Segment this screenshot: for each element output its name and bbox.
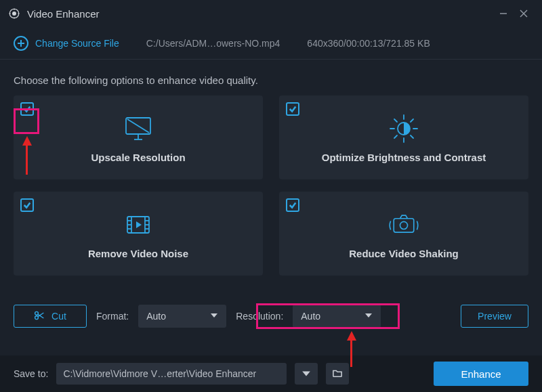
svg-marker-29 [136, 221, 142, 228]
card-reduce-shaking[interactable]: Reduce Video Shaking [279, 192, 528, 276]
cut-button[interactable]: Cut [14, 305, 87, 328]
add-icon [14, 36, 28, 51]
minimize-button[interactable] [493, 3, 514, 24]
svg-point-33 [35, 311, 39, 315]
save-path-field[interactable]: C:\Vidmore\Vidmore V…erter\Video Enhance… [56, 363, 287, 385]
folder-icon [333, 368, 342, 380]
annotation-arrow-resolution [347, 331, 356, 341]
checkbox-noise[interactable] [20, 198, 34, 212]
enhance-label: Enhance [461, 368, 501, 380]
enhance-options-grid: Upscale Resolution Optimize Brightness a… [0, 95, 542, 276]
app-icon [8, 7, 20, 20]
camera-shake-icon [388, 209, 420, 241]
resolution-dropdown[interactable]: Auto [293, 305, 381, 328]
annotation-arrow-resolution-stem [350, 340, 352, 367]
save-to-label: Save to: [14, 368, 48, 379]
card-label: Remove Video Noise [88, 248, 188, 259]
preview-label: Preview [478, 311, 512, 322]
card-upscale-resolution[interactable]: Upscale Resolution [14, 95, 263, 179]
controls-row: Cut Format: Auto Resolution: Auto Previe… [0, 305, 542, 328]
save-path-value: C:\Vidmore\Vidmore V…erter\Video Enhance… [63, 368, 256, 379]
svg-marker-36 [211, 313, 217, 318]
annotation-arrow-checkbox [22, 136, 32, 146]
svg-point-32 [35, 315, 39, 319]
svg-line-18 [411, 119, 413, 122]
cut-label: Cut [51, 311, 66, 322]
source-row: Change Source File C:/Users/ADM…owers-NO… [0, 27, 542, 60]
svg-marker-37 [365, 313, 372, 318]
app-title: Video Enhancer [27, 8, 99, 20]
svg-line-16 [394, 119, 397, 122]
svg-line-19 [394, 135, 397, 138]
save-path-dropdown[interactable] [295, 363, 318, 385]
format-dropdown[interactable]: Auto [138, 305, 226, 328]
resolution-label: Resolution: [236, 311, 283, 322]
resolution-value: Auto [301, 311, 320, 322]
svg-point-31 [400, 221, 407, 229]
chevron-down-icon [364, 311, 373, 322]
source-path: C:/Users/ADM…owers-NO.mp4 [146, 38, 280, 49]
checkbox-brightness[interactable] [286, 102, 299, 116]
format-label: Format: [96, 311, 129, 322]
scissors-icon [34, 310, 45, 323]
svg-line-8 [127, 119, 149, 133]
card-brightness-contrast[interactable]: Optimize Brightness and Contrast [279, 95, 528, 179]
instruction-text: Choose the following options to enhance … [0, 60, 542, 95]
svg-rect-30 [394, 218, 414, 232]
close-button[interactable] [514, 3, 534, 24]
card-remove-noise[interactable]: Remove Video Noise [14, 192, 263, 276]
svg-point-1 [12, 12, 16, 16]
preview-button[interactable]: Preview [461, 305, 528, 328]
checkbox-shaking[interactable] [286, 198, 299, 212]
bottom-bar: Save to: C:\Vidmore\Vidmore V…erter\Vide… [0, 355, 542, 392]
format-value: Auto [146, 311, 166, 322]
checkbox-upscale[interactable] [20, 102, 34, 116]
sun-icon [388, 112, 420, 145]
source-meta: 640x360/00:00:13/721.85 KB [307, 38, 430, 49]
change-source-label: Change Source File [35, 38, 119, 49]
monitor-icon [122, 112, 154, 145]
svg-marker-38 [303, 372, 311, 376]
card-label: Reduce Video Shaking [349, 248, 458, 259]
card-label: Optimize Brightness and Contrast [322, 152, 486, 163]
svg-line-17 [411, 135, 413, 138]
annotation-arrow-checkbox-stem [26, 145, 28, 175]
chevron-down-icon [210, 311, 218, 322]
card-label: Upscale Resolution [91, 152, 185, 163]
enhance-button[interactable]: Enhance [434, 362, 528, 386]
film-icon [122, 209, 154, 241]
change-source-button[interactable]: Change Source File [14, 36, 119, 51]
browse-folder-button[interactable] [326, 363, 349, 385]
titlebar: Video Enhancer [0, 0, 542, 27]
